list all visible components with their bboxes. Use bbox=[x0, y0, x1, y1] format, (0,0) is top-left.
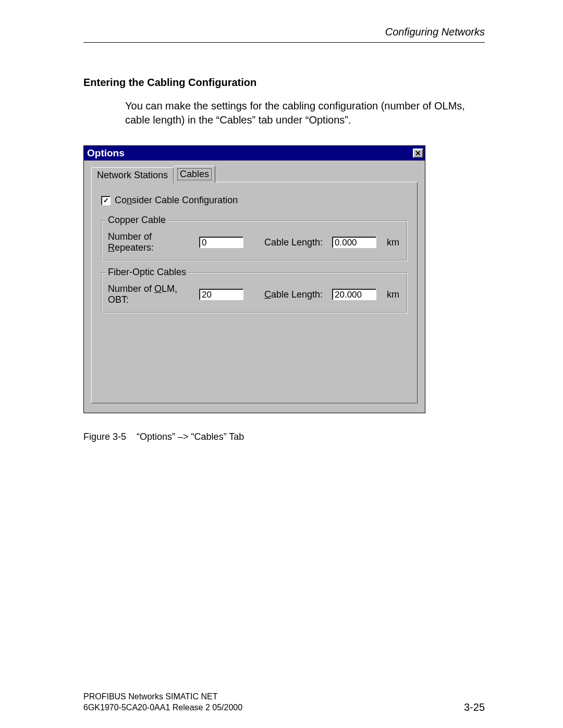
consider-cable-label: Consider Cable Configuration bbox=[115, 195, 238, 206]
section-heading: Entering the Cabling Configuration bbox=[83, 77, 485, 89]
chapter-header: Configuring Networks bbox=[83, 26, 485, 43]
fiber-length-input[interactable]: 20.000 bbox=[332, 289, 376, 300]
options-dialog: Options ✕ Network Stations Cables ✓ Cons… bbox=[83, 145, 425, 413]
fiber-length-label: Cable Length: bbox=[264, 289, 332, 300]
consider-cable-checkbox[interactable]: ✓ bbox=[101, 196, 111, 205]
page-number: 3-25 bbox=[464, 701, 485, 713]
repeaters-input[interactable]: 0 bbox=[199, 237, 243, 248]
tab-strip: Network Stations Cables bbox=[91, 166, 418, 183]
copper-length-label: Cable Length: bbox=[264, 237, 332, 248]
tab-label: Cables bbox=[177, 168, 212, 180]
groupbox-fiber-title: Fiber-Optic Cables bbox=[106, 267, 188, 278]
groupbox-fiber: Fiber-Optic Cables Number of OLM, OBT: 2… bbox=[101, 273, 408, 313]
olm-input[interactable]: 20 bbox=[199, 289, 243, 300]
repeaters-label: Number of Repeaters: bbox=[108, 231, 199, 253]
groupbox-copper-title: Copper Cable bbox=[106, 215, 168, 226]
dialog-title: Options bbox=[87, 147, 125, 159]
fiber-length-unit: km bbox=[387, 289, 399, 300]
close-icon[interactable]: ✕ bbox=[413, 149, 423, 158]
groupbox-copper: Copper Cable Number of Repeaters: 0 Cabl… bbox=[101, 220, 408, 261]
figure-caption: Figure 3-5 “Options” –> “Cables” Tab bbox=[83, 431, 485, 442]
olm-label: Number of OLM, OBT: bbox=[108, 283, 199, 305]
dialog-titlebar: Options ✕ bbox=[84, 146, 425, 161]
section-paragraph: You can make the settings for the cablin… bbox=[125, 99, 485, 127]
copper-length-unit: km bbox=[387, 237, 399, 248]
tab-cables[interactable]: Cables bbox=[174, 166, 215, 183]
footer-line1: PROFIBUS Networks SIMATIC NET bbox=[83, 692, 242, 702]
copper-length-input[interactable]: 0.000 bbox=[332, 237, 376, 248]
footer-line2: 6GK1970-5CA20-0AA1 Release 2 05/2000 bbox=[83, 702, 242, 713]
page-footer: PROFIBUS Networks SIMATIC NET 6GK1970-5C… bbox=[83, 692, 485, 713]
tab-network-stations[interactable]: Network Stations bbox=[91, 167, 174, 183]
tab-panel-cables: ✓ Consider Cable Configuration Copper Ca… bbox=[91, 182, 418, 403]
